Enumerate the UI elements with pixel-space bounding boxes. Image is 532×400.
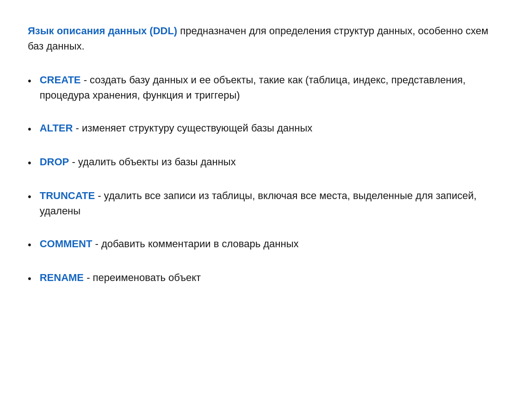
keyword-description: - удалить все записи из таблицы, включая… bbox=[40, 190, 476, 217]
list-item: •CREATE - создать базу данных и ее объек… bbox=[28, 72, 504, 103]
intro-paragraph: Язык описания данных (DDL) предназначен … bbox=[28, 23, 504, 54]
item-content: CREATE - создать базу данных и ее объект… bbox=[40, 72, 504, 103]
bullet-icon: • bbox=[28, 189, 31, 204]
keyword-description: - изменяет структуру существующей базы д… bbox=[73, 122, 312, 134]
bullet-icon: • bbox=[28, 271, 31, 286]
keyword-description: - удалить объекты из базы данных bbox=[69, 156, 235, 168]
list-item: •ALTER - изменяет структуру существующей… bbox=[28, 120, 504, 137]
bullet-icon: • bbox=[28, 155, 31, 170]
keyword-label: CREATE bbox=[40, 74, 81, 86]
keyword-label: ALTER bbox=[40, 122, 73, 134]
bullet-icon: • bbox=[28, 237, 31, 252]
keyword-label: TRUNCATE bbox=[40, 190, 95, 201]
item-content: RENAME - переименовать объект bbox=[40, 270, 504, 285]
list-item: •DROP - удалить объекты из базы данных bbox=[28, 154, 504, 170]
list-item: •COMMENT - добавить комментарии в словар… bbox=[28, 236, 504, 252]
list-item: •RENAME - переименовать объект bbox=[28, 270, 504, 286]
ddl-items-list: •CREATE - создать базу данных и ее объек… bbox=[28, 72, 504, 286]
list-item: •TRUNCATE - удалить все записи из таблиц… bbox=[28, 188, 504, 219]
keyword-description: - добавить комментарии в словарь данных bbox=[92, 238, 298, 250]
keyword-description: - создать базу данных и ее объекты, таки… bbox=[40, 74, 466, 101]
keyword-label: COMMENT bbox=[40, 238, 93, 250]
item-content: TRUNCATE - удалить все записи из таблицы… bbox=[40, 188, 504, 219]
item-content: DROP - удалить объекты из базы данных bbox=[40, 154, 504, 169]
item-content: ALTER - изменяет структуру существующей … bbox=[40, 120, 504, 136]
intro-bold-text: Язык описания данных (DDL) bbox=[28, 25, 177, 37]
keyword-label: DROP bbox=[40, 156, 69, 168]
keyword-label: RENAME bbox=[40, 272, 84, 283]
bullet-icon: • bbox=[28, 73, 31, 88]
bullet-icon: • bbox=[28, 121, 31, 137]
item-content: COMMENT - добавить комментарии в словарь… bbox=[40, 236, 504, 251]
keyword-description: - переименовать объект bbox=[84, 272, 201, 283]
